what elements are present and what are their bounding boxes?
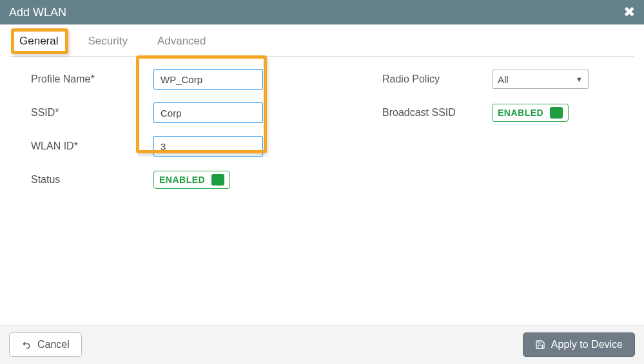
profile-name-input[interactable] bbox=[153, 69, 263, 90]
save-icon bbox=[535, 340, 545, 350]
ssid-input[interactable] bbox=[153, 102, 263, 123]
status-toggle-label: ENABLED bbox=[159, 175, 205, 185]
toggle-knob-icon bbox=[550, 107, 563, 119]
label-ssid: SSID* bbox=[31, 102, 141, 124]
cancel-button-label: Cancel bbox=[37, 339, 70, 350]
modal-footer: Cancel Apply to Device bbox=[0, 325, 644, 364]
close-icon[interactable]: ✖ bbox=[623, 4, 635, 21]
tab-general[interactable]: General bbox=[15, 34, 62, 49]
radio-policy-select[interactable]: All ▼ bbox=[492, 70, 589, 89]
label-status: Status bbox=[31, 169, 141, 191]
tab-bar: General Security Advanced bbox=[0, 24, 644, 57]
modal-title: Add WLAN bbox=[9, 6, 66, 19]
cancel-button[interactable]: Cancel bbox=[9, 332, 82, 357]
undo-icon bbox=[21, 340, 32, 350]
label-wlan-id: WLAN ID* bbox=[31, 135, 141, 157]
tab-security[interactable]: Security bbox=[84, 34, 131, 49]
wlan-id-input[interactable] bbox=[153, 136, 263, 157]
tab-advanced[interactable]: Advanced bbox=[153, 34, 210, 49]
toggle-knob-icon bbox=[211, 174, 224, 186]
broadcast-ssid-toggle[interactable]: ENABLED bbox=[492, 104, 569, 122]
modal-titlebar: Add WLAN ✖ bbox=[0, 0, 644, 24]
apply-button-label: Apply to Device bbox=[551, 339, 623, 350]
radio-policy-selected-value: All bbox=[498, 74, 509, 85]
label-radio-policy: Radio Policy bbox=[382, 68, 479, 90]
label-broadcast-ssid: Broadcast SSID bbox=[382, 102, 479, 124]
status-toggle[interactable]: ENABLED bbox=[153, 171, 230, 189]
broadcast-toggle-label: ENABLED bbox=[498, 108, 543, 118]
label-profile-name: Profile Name* bbox=[31, 68, 141, 90]
chevron-down-icon: ▼ bbox=[576, 75, 583, 83]
apply-to-device-button[interactable]: Apply to Device bbox=[523, 332, 635, 357]
